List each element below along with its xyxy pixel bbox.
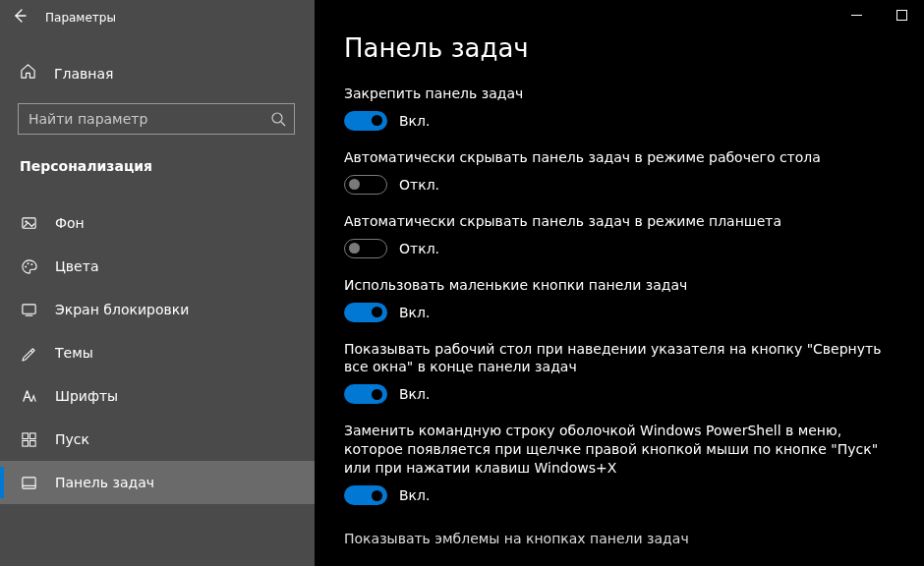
toggle-autohide-tablet[interactable] [344, 239, 387, 258]
themes-icon [20, 345, 37, 362]
svg-rect-11 [22, 432, 28, 438]
home-icon [20, 63, 36, 84]
home-label: Главная [54, 66, 113, 82]
toggle-state: Откл. [399, 241, 439, 256]
setting-label: Автоматически скрывать панель задач в ре… [344, 212, 895, 231]
toggle-peek-desktop[interactable] [344, 384, 387, 404]
svg-point-7 [30, 263, 32, 265]
category-label: Персонализация [0, 152, 315, 180]
taskbar-icon [20, 475, 37, 491]
sidebar: Параметры Главная Персонализация Фон Цве… [0, 0, 315, 566]
sidebar-item-label: Цвета [55, 258, 98, 274]
sidebar-item-label: Пуск [55, 431, 89, 447]
toggle-state: Вкл. [399, 386, 430, 402]
setting-label: Использовать маленькие кнопки панели зад… [344, 276, 895, 295]
setting-label: Показывать рабочий стол при наведении ук… [344, 340, 895, 377]
setting-small-buttons: Использовать маленькие кнопки панели зад… [344, 276, 895, 322]
svg-rect-15 [22, 477, 34, 487]
setting-autohide-desktop: Автоматически скрывать панель задач в ре… [344, 148, 895, 195]
toggle-lock-taskbar[interactable] [344, 111, 387, 131]
page-title: Панель задач [344, 33, 895, 63]
search-box[interactable] [18, 103, 295, 135]
fonts-icon [20, 388, 37, 405]
svg-rect-8 [22, 304, 34, 312]
palette-icon [20, 258, 37, 275]
setting-autohide-tablet: Автоматически скрывать панель задач в ре… [344, 212, 895, 258]
svg-rect-18 [896, 10, 906, 20]
toggle-state: Откл. [399, 177, 439, 193]
setting-label: Закрепить панель задач [344, 85, 895, 103]
sidebar-item-label: Панель задач [55, 475, 154, 490]
sidebar-item-themes[interactable]: Темы [0, 331, 315, 374]
svg-line-2 [281, 122, 285, 126]
sidebar-item-label: Фон [55, 215, 85, 231]
svg-point-1 [272, 113, 282, 123]
sidebar-item-lockscreen[interactable]: Экран блокировки [0, 288, 315, 331]
settings-list: Закрепить панель задач Вкл. Автоматическ… [344, 85, 895, 546]
window-title: Параметры [45, 11, 116, 25]
sidebar-item-label: Темы [55, 345, 93, 361]
sidebar-item-background[interactable]: Фон [0, 201, 315, 245]
toggle-autohide-desktop[interactable] [344, 175, 387, 195]
svg-rect-12 [29, 432, 35, 438]
setting-powershell: Заменить командную строку оболочкой Wind… [344, 422, 895, 505]
setting-label: Заменить командную строку оболочкой Wind… [344, 422, 895, 478]
search-container [0, 95, 315, 152]
sidebar-item-colors[interactable]: Цвета [0, 245, 315, 288]
setting-peek-desktop: Показывать рабочий стол при наведении ук… [344, 340, 895, 405]
search-icon [270, 111, 286, 131]
sidebar-item-label: Экран блокировки [55, 302, 189, 317]
svg-point-4 [25, 220, 27, 222]
window-controls [834, 0, 924, 29]
toggle-state: Вкл. [399, 487, 430, 503]
back-icon[interactable] [12, 8, 28, 28]
svg-point-6 [27, 262, 29, 264]
svg-rect-13 [22, 440, 28, 446]
sidebar-item-start[interactable]: Пуск [0, 418, 315, 461]
lockscreen-icon [20, 302, 37, 318]
minimize-button[interactable] [834, 0, 879, 29]
setting-label: Автоматически скрывать панель задач в ре… [344, 148, 895, 167]
home-button[interactable]: Главная [0, 51, 315, 95]
sidebar-item-fonts[interactable]: Шрифты [0, 374, 315, 418]
toggle-powershell[interactable] [344, 485, 387, 505]
picture-icon [20, 215, 37, 232]
svg-point-5 [25, 265, 27, 267]
titlebar: Параметры [0, 0, 315, 35]
search-input[interactable] [19, 111, 294, 127]
maximize-button[interactable] [879, 0, 924, 29]
nav-list: Фон Цвета Экран блокировки Темы Шрифты П… [0, 201, 315, 504]
setting-label-cutoff: Показывать эмблемы на кнопках панели зад… [344, 531, 895, 546]
setting-lock-taskbar: Закрепить панель задач Вкл. [344, 85, 895, 131]
content-area: Панель задач Закрепить панель задач Вкл.… [315, 0, 924, 566]
svg-line-10 [30, 350, 32, 352]
svg-rect-14 [29, 440, 35, 446]
sidebar-item-taskbar[interactable]: Панель задач [0, 461, 315, 504]
sidebar-item-label: Шрифты [55, 388, 118, 404]
start-icon [20, 431, 37, 448]
toggle-state: Вкл. [399, 113, 430, 129]
toggle-state: Вкл. [399, 305, 430, 320]
toggle-small-buttons[interactable] [344, 303, 387, 322]
